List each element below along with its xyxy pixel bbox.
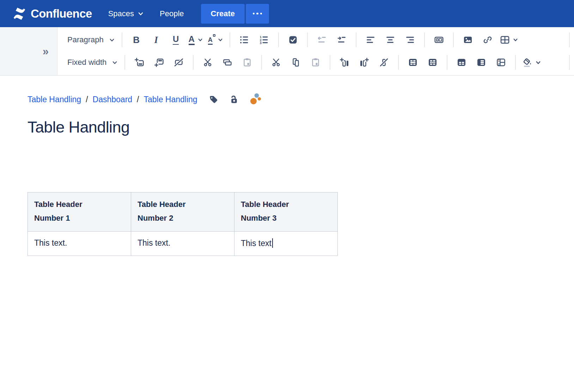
chevron-down-icon xyxy=(198,37,203,42)
insert-column-after-button[interactable] xyxy=(356,54,372,71)
chevron-down-icon xyxy=(109,37,115,43)
cut-column-button[interactable] xyxy=(268,54,284,71)
delete-row-icon xyxy=(174,57,184,67)
task-list-button[interactable] xyxy=(285,32,301,48)
toolbar-separator xyxy=(569,32,570,47)
toolbar-separator xyxy=(124,55,125,70)
table-cell[interactable]: This text xyxy=(234,232,338,256)
delete-row-button[interactable] xyxy=(171,54,187,71)
align-right-button[interactable] xyxy=(402,32,418,48)
editor-toolbar-area: » Paragraph B I U A A xyxy=(0,27,574,76)
bold-icon: B xyxy=(133,35,140,44)
heading-column-icon xyxy=(476,57,486,67)
superscript-dropdown-button[interactable]: A xyxy=(207,32,224,48)
insert-link-icon xyxy=(483,35,493,45)
italic-button[interactable]: I xyxy=(148,32,164,48)
toolbar-row-table: Fixed width xyxy=(65,51,574,74)
paste-column-button[interactable] xyxy=(307,54,324,71)
underline-button[interactable]: U xyxy=(168,32,184,48)
text-color-button[interactable]: A xyxy=(188,32,204,48)
page-layout-button[interactable] xyxy=(431,32,447,48)
insert-row-above-icon xyxy=(134,57,144,67)
editor-content: Table Handling / Dashboard / Table Handl… xyxy=(0,92,574,256)
table-header-row: Table Header Number 1 Table Header Numbe… xyxy=(28,192,338,232)
heading-row-button[interactable] xyxy=(453,54,470,71)
insert-link-button[interactable] xyxy=(480,32,496,48)
table-width-dropdown[interactable]: Fixed width xyxy=(65,58,120,67)
task-list-icon xyxy=(288,35,298,45)
unlock-icon xyxy=(228,94,239,105)
insert-table-button[interactable] xyxy=(499,32,519,48)
bullet-list-button[interactable] xyxy=(236,32,252,48)
page-title[interactable]: Table Handling xyxy=(28,118,574,136)
tag-icon xyxy=(208,94,219,105)
collaborators-button[interactable] xyxy=(249,92,262,106)
delete-column-button[interactable] xyxy=(376,54,392,71)
cell-background-color-button[interactable] xyxy=(522,54,542,71)
numbered-list-button[interactable]: 1 2 3 xyxy=(256,32,272,48)
delete-column-icon xyxy=(379,57,389,67)
restrictions-button[interactable] xyxy=(228,94,239,105)
table-header-cell[interactable]: Table Header Number 3 xyxy=(234,192,338,232)
insert-row-above-button[interactable] xyxy=(131,54,147,71)
table-cell[interactable]: This text. xyxy=(28,232,131,256)
nav-people[interactable]: People xyxy=(160,9,184,18)
expand-sidebar-button[interactable]: » xyxy=(41,45,51,57)
insert-table-icon xyxy=(500,35,510,45)
breadcrumb-space-link[interactable]: Table Handling xyxy=(28,95,81,104)
split-cells-icon xyxy=(428,57,438,67)
nav-spaces[interactable]: Spaces xyxy=(108,9,144,18)
insert-row-below-icon xyxy=(154,57,164,67)
cut-row-button[interactable] xyxy=(200,54,216,71)
insert-column-before-button[interactable] xyxy=(336,54,353,71)
copy-column-button[interactable] xyxy=(288,54,304,71)
cut-column-icon xyxy=(271,57,281,67)
breadcrumb-dashboard-link[interactable]: Dashboard xyxy=(93,95,133,104)
heading-column-button[interactable] xyxy=(473,54,489,71)
bold-button[interactable]: B xyxy=(128,32,145,48)
table-cell[interactable]: This text. xyxy=(131,232,234,256)
numbered-list-icon: 1 2 3 xyxy=(259,35,269,45)
table-header-cell[interactable]: Table Header Number 1 xyxy=(28,192,131,232)
paste-row-icon xyxy=(242,57,252,67)
align-center-button[interactable] xyxy=(382,32,398,48)
split-cells-button[interactable] xyxy=(425,54,441,71)
numbering-column-button[interactable]: 1 2 xyxy=(493,54,509,71)
heading-row-icon xyxy=(457,57,466,67)
align-left-button[interactable] xyxy=(362,32,379,48)
labels-button[interactable] xyxy=(208,94,219,105)
indent-button[interactable] xyxy=(334,32,350,48)
nav-more-button[interactable] xyxy=(246,4,269,24)
toolbar-row-text: Paragraph B I U A A xyxy=(65,29,574,51)
insert-image-icon xyxy=(463,35,473,45)
bullet-list-icon xyxy=(239,35,249,45)
text-cursor xyxy=(272,238,273,248)
create-button[interactable]: Create xyxy=(201,4,245,24)
ellipsis-icon xyxy=(253,13,262,15)
toolbar-separator xyxy=(278,32,279,47)
svg-text:2: 2 xyxy=(498,62,500,66)
table-header-cell[interactable]: Table Header Number 2 xyxy=(131,192,234,232)
insert-row-below-button[interactable] xyxy=(151,54,167,71)
paragraph-style-dropdown[interactable]: Paragraph xyxy=(65,35,117,44)
toolbar-separator xyxy=(398,55,399,70)
align-center-icon xyxy=(385,35,395,45)
cell-background-color-icon xyxy=(523,57,532,67)
toolbar-separator xyxy=(193,55,194,70)
copy-row-button[interactable] xyxy=(219,54,236,71)
insert-image-button[interactable] xyxy=(460,32,476,48)
breadcrumb: Table Handling / Dashboard / Table Handl… xyxy=(28,92,574,106)
people-dots-icon xyxy=(249,92,262,106)
merge-cells-icon xyxy=(408,57,418,67)
paste-row-button[interactable] xyxy=(239,54,255,71)
page-layout-icon xyxy=(434,35,444,45)
chevron-down-icon xyxy=(112,60,117,65)
outdent-button[interactable] xyxy=(314,32,330,48)
underline-icon: U xyxy=(173,35,179,45)
chevron-down-icon xyxy=(218,37,223,42)
sidebar-collapsed-strip: » xyxy=(0,27,57,75)
breadcrumb-page-link[interactable]: Table Handling xyxy=(144,95,197,104)
merge-cells-button[interactable] xyxy=(405,54,421,71)
confluence-brand[interactable]: Confluence xyxy=(12,6,92,21)
toolbar-separator xyxy=(307,32,308,47)
